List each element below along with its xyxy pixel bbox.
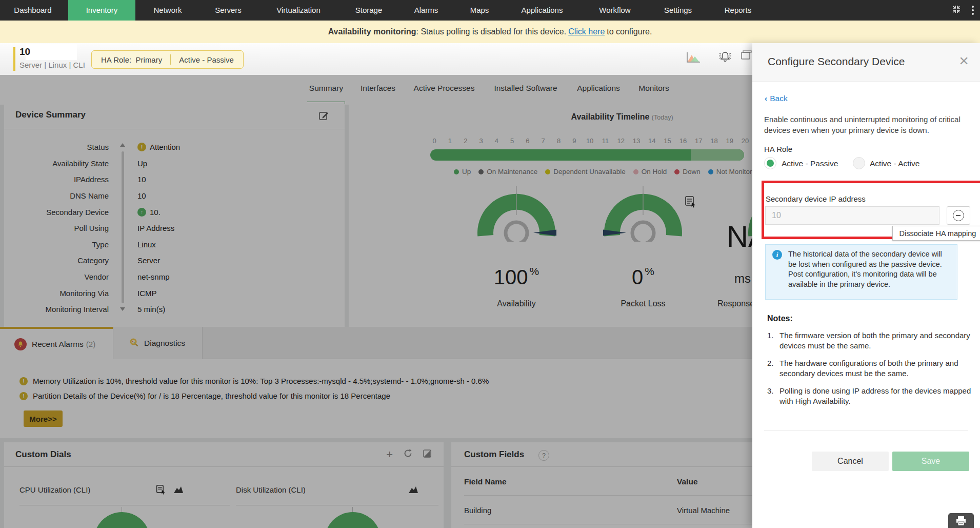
cancel-button[interactable]: Cancel (812, 452, 889, 471)
panel-description: Enable continuous and uninterrupted moni… (764, 114, 970, 135)
dissociate-ha-button[interactable] (947, 206, 970, 225)
nav-virtualization[interactable]: Virtualization (276, 0, 321, 21)
save-button[interactable]: Save (892, 452, 969, 471)
ha-role-badge: HA Role: Primary Active - Passive (91, 50, 244, 69)
minus-circle-icon (953, 210, 964, 221)
banner-title: Availability monitoring (328, 27, 416, 36)
close-icon[interactable]: × (959, 51, 969, 70)
print-button[interactable] (948, 513, 974, 528)
ha-role-label: HA Role: (101, 55, 131, 64)
radio-active-active-label[interactable]: Active - Active (870, 159, 919, 168)
nav-storage[interactable]: Storage (355, 0, 383, 21)
note-item: 1.The firmware version of both the prima… (767, 330, 973, 351)
nav-inventory[interactable]: Inventory (68, 0, 135, 21)
nav-dashboard[interactable]: Dashboard (14, 0, 51, 21)
notes-title: Notes: (767, 314, 793, 323)
collapse-icon[interactable] (951, 4, 962, 16)
top-nav: Dashboard Inventory Network Servers Virt… (0, 0, 980, 21)
ha-badge-divider (170, 54, 171, 65)
notes-list: 1.The firmware version of both the prima… (767, 330, 973, 414)
panel-header: Configure Secondary Device × (752, 43, 980, 82)
device-tools-icon[interactable] (741, 50, 753, 64)
secondary-ip-label: Secondary device IP address (766, 194, 866, 203)
device-accent-bar (13, 47, 15, 71)
device-name-field[interactable] (26, 44, 77, 60)
alarm-bell-icon[interactable] (717, 49, 733, 66)
app-root: Dashboard Inventory Network Servers Virt… (0, 0, 980, 528)
banner-suffix: to configure. (607, 27, 652, 36)
nav-servers[interactable]: Servers (215, 0, 242, 21)
info-text: The historical data of the secondary dev… (788, 249, 952, 289)
panel-title: Configure Secondary Device (768, 55, 905, 68)
nav-maps[interactable]: Maps (470, 0, 489, 21)
device-name: 10 (19, 46, 30, 57)
radio-active-passive-label[interactable]: Active - Passive (782, 159, 838, 168)
nav-reports[interactable]: Reports (725, 0, 752, 21)
ha-role-section-label: HA Role (764, 145, 792, 153)
banner-configure-link[interactable]: Click here (568, 27, 605, 36)
secondary-ip-input[interactable] (765, 206, 939, 225)
nav-workflow[interactable]: Workflow (599, 0, 630, 21)
info-icon: i (772, 250, 782, 260)
radio-active-active[interactable] (853, 157, 865, 169)
performance-chart-icon[interactable] (686, 51, 701, 66)
nav-settings[interactable]: Settings (664, 0, 692, 21)
chevron-left-icon: ‹ (765, 94, 767, 103)
divider (764, 430, 968, 431)
availability-banner: Availability monitoring : Status polling… (0, 21, 980, 43)
configure-secondary-device-panel: Configure Secondary Device × ‹Back Enabl… (752, 43, 980, 528)
nav-network[interactable]: Network (153, 0, 182, 21)
more-menu-icon[interactable] (970, 4, 976, 17)
note-item: 3.Polling is done using IP address for t… (767, 386, 973, 406)
ha-role-value: Primary (136, 55, 163, 64)
dissociate-tooltip: Dissociate HA mapping (892, 226, 980, 241)
nav-alarms[interactable]: Alarms (414, 0, 438, 21)
info-box: i The historical data of the secondary d… (765, 244, 957, 300)
radio-active-passive[interactable] (764, 157, 776, 169)
device-meta: Server | Linux | CLI (19, 61, 85, 69)
modal-dim-overlay (0, 75, 752, 528)
back-link[interactable]: ‹Back (765, 94, 788, 103)
note-item: 2.The hardware configurations of both th… (767, 358, 973, 379)
nav-applications[interactable]: Applications (522, 0, 563, 21)
ha-mode-value: Active - Passive (179, 55, 234, 64)
banner-message: : Status polling is disabled for this de… (416, 27, 567, 36)
